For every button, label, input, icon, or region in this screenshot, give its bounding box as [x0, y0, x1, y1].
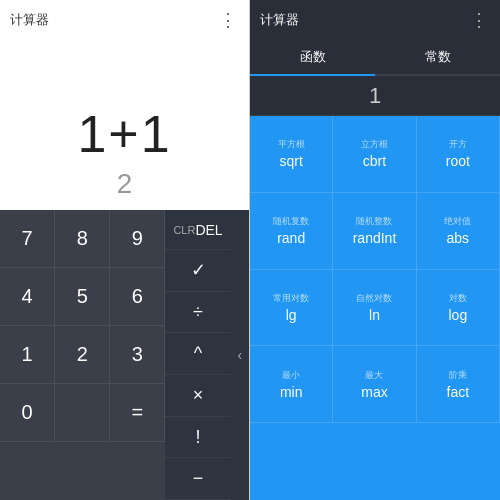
sci-label-top-randInt: 随机整数 [356, 215, 392, 228]
sci-btn-abs[interactable]: 绝对值abs [417, 193, 500, 270]
left-app-title: 计算器 [10, 11, 49, 29]
btn-0[interactable]: 0 [0, 384, 55, 442]
tab-functions[interactable]: 函数 [250, 40, 375, 74]
clr-button[interactable]: CLR [173, 224, 195, 236]
btn-9[interactable]: 9 [110, 210, 165, 268]
right-tab-bar: 函数 常数 [250, 40, 500, 76]
op-factorial-btn[interactable]: ! [165, 417, 230, 459]
btn-6[interactable]: 6 [110, 268, 165, 326]
sci-btn-fact[interactable]: 阶乘fact [417, 346, 500, 423]
sci-label-main-abs: abs [447, 230, 470, 246]
numpad: 7894561230= [0, 210, 165, 500]
left-display: 1+1 2 [0, 40, 249, 210]
right-display-value: 1 [369, 83, 381, 109]
sci-label-main-max: max [361, 384, 387, 400]
op-minus-btn[interactable]: − [165, 458, 230, 500]
sci-label-top-rand: 随机复数 [273, 215, 309, 228]
sci-label-top-abs: 绝对值 [444, 215, 471, 228]
scientific-grid: 平方根sqrt立方根cbrt开方root随机复数rand随机整数randInt绝… [250, 116, 500, 500]
right-app-title: 计算器 [260, 11, 299, 29]
sci-label-top-log: 对数 [449, 292, 467, 305]
ops-top-row: CLR DEL [165, 210, 230, 250]
sci-label-main-lg: lg [286, 307, 297, 323]
sci-btn-randInt[interactable]: 随机整数randInt [333, 193, 416, 270]
op-divide-btn[interactable]: ÷ [165, 292, 230, 334]
right-display: 1 [250, 76, 500, 116]
sci-label-top-fact: 阶乘 [449, 369, 467, 382]
sci-label-main-root: root [446, 153, 470, 169]
left-result: 2 [117, 168, 133, 200]
sci-btn-ln[interactable]: 自然对数ln [333, 270, 416, 347]
sci-label-main-cbrt: cbrt [363, 153, 386, 169]
sci-btn-max[interactable]: 最大max [333, 346, 416, 423]
sci-label-main-fact: fact [447, 384, 470, 400]
left-expression: 1+1 [77, 104, 171, 164]
sci-label-main-randInt: randInt [353, 230, 397, 246]
left-header: 计算器 ⋮ [0, 0, 249, 40]
sci-label-top-sqrt: 平方根 [278, 138, 305, 151]
expand-arrow[interactable]: ‹ [231, 210, 249, 500]
sci-label-top-cbrt: 立方根 [361, 138, 388, 151]
del-button[interactable]: DEL [195, 222, 222, 238]
sci-btn-rand[interactable]: 随机复数rand [250, 193, 333, 270]
btn-1[interactable]: 1 [0, 326, 55, 384]
btn-3[interactable]: 3 [110, 326, 165, 384]
sci-label-top-ln: 自然对数 [356, 292, 392, 305]
sci-label-top-min: 最小 [282, 369, 300, 382]
btn-8[interactable]: 8 [55, 210, 110, 268]
sci-label-top-lg: 常用对数 [273, 292, 309, 305]
left-menu-dots[interactable]: ⋮ [219, 9, 239, 31]
op-check-btn[interactable]: ✓ [165, 250, 230, 292]
tab-constants[interactable]: 常数 [375, 40, 500, 74]
btn-2[interactable]: 2 [55, 326, 110, 384]
ops-panel: CLR DEL ✓ ÷ ^ × ! − [165, 210, 230, 500]
sci-label-main-sqrt: sqrt [279, 153, 302, 169]
sci-btn-lg[interactable]: 常用对数lg [250, 270, 333, 347]
sci-label-top-root: 开方 [449, 138, 467, 151]
sci-label-top-max: 最大 [365, 369, 383, 382]
right-scientific-panel: 计算器 ⋮ 函数 常数 1 平方根sqrt立方根cbrt开方root随机复数ra… [250, 0, 500, 500]
sci-btn-root[interactable]: 开方root [417, 116, 500, 193]
right-header: 计算器 ⋮ [250, 0, 500, 40]
left-keypad: 7894561230= CLR DEL ✓ ÷ ^ × ! − ‹ [0, 210, 249, 500]
sci-btn-min[interactable]: 最小min [250, 346, 333, 423]
sci-btn-log[interactable]: 对数log [417, 270, 500, 347]
btn-5[interactable]: 5 [55, 268, 110, 326]
btn-7[interactable]: 7 [0, 210, 55, 268]
sci-btn-cbrt[interactable]: 立方根cbrt [333, 116, 416, 193]
op-multiply-btn[interactable]: × [165, 375, 230, 417]
sci-label-main-min: min [280, 384, 303, 400]
btn-empty[interactable] [55, 384, 110, 442]
sci-label-main-log: log [448, 307, 467, 323]
btn-4[interactable]: 4 [0, 268, 55, 326]
sci-label-main-rand: rand [277, 230, 305, 246]
left-calculator-panel: 计算器 ⋮ 1+1 2 7894561230= CLR DEL ✓ ÷ ^ × … [0, 0, 250, 500]
sci-btn-sqrt[interactable]: 平方根sqrt [250, 116, 333, 193]
sci-label-main-ln: ln [369, 307, 380, 323]
right-menu-dots[interactable]: ⋮ [470, 9, 490, 31]
btn-equals[interactable]: = [110, 384, 165, 442]
op-power-btn[interactable]: ^ [165, 333, 230, 375]
